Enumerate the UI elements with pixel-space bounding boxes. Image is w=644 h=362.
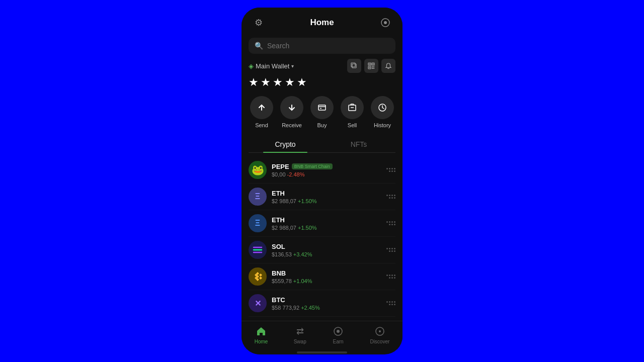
earn-icon [332,325,344,337]
buy-icon [310,96,334,119]
qr-button[interactable] [364,59,378,73]
token-menu-eth2[interactable] [386,221,395,225]
balance-display: ★★★★★ [242,76,403,96]
asset-tabs: Crypto NFTs [249,136,395,153]
send-icon [250,96,273,119]
token-info-bnb: BNB $559,78 +1.04% [272,269,381,284]
token-name-pepe: PEPE [272,163,289,170]
token-menu-bnb[interactable] [386,275,395,279]
token-price-pepe: $0,00 -2.48% [272,171,381,177]
svg-marker-25 [259,274,262,277]
svg-rect-14 [318,105,326,110]
token-name-eth1: ETH [272,190,285,197]
token-logo-btc1: ✕ [249,294,267,312]
svg-rect-11 [373,66,374,67]
token-name-btc1: BTC [272,296,285,304]
search-input[interactable] [267,42,389,50]
token-price-eth1: $2 988,07 +1.50% [272,198,381,204]
token-price-btc1: $58 773,92 +2.45% [272,305,381,311]
bottom-navigation: Home ⇄ Swap Earn Discover [242,321,403,349]
sell-icon [341,96,364,119]
token-info-eth2: ETH $2 988,07 +1.50% [272,216,381,231]
token-menu-btc1[interactable] [386,301,395,305]
history-button[interactable]: History [371,96,394,128]
home-label: Home [255,339,268,344]
token-logo-bnb [249,267,267,286]
svg-rect-3 [351,63,355,67]
receive-label: Receive [282,122,302,128]
sell-label: Sell [348,122,357,128]
token-item-bnb[interactable]: BNB $559,78 +1.04% [249,263,395,290]
wallet-action-icons [347,59,395,73]
token-price-sol: $136,53 +3.42% [272,251,381,257]
svg-rect-10 [372,66,373,67]
token-name-sol: SOL [272,243,285,250]
action-buttons: Send Receive Buy [242,96,403,136]
swap-icon: ⇄ [294,325,306,337]
token-menu-eth1[interactable] [386,195,395,199]
wallet-name[interactable]: ◈ Main Wallet ▾ [249,62,294,70]
token-item-sol[interactable]: SOL $136,53 +3.42% [249,237,395,263]
nav-earn[interactable]: Earn [332,325,344,344]
token-logo-sol [249,241,267,259]
header: ⚙ Home [242,8,403,35]
svg-rect-9 [369,67,370,68]
token-price-eth2: $2 988,07 +1.50% [272,225,381,231]
history-icon [371,96,394,119]
token-logo-eth2: Ξ [249,214,267,232]
search-icon: 🔍 [255,42,263,50]
tab-crypto[interactable]: Crypto [249,136,322,152]
send-button[interactable]: Send [250,96,273,128]
svg-rect-13 [373,68,374,69]
token-price-bnb: $559,78 +1.04% [272,278,381,284]
swap-label: Swap [294,339,306,344]
token-badge-pepe: BNB Smart Chain [292,163,333,169]
nav-home[interactable]: Home [255,325,268,344]
token-item-pepe[interactable]: 🐸 PEPE BNB Smart Chain $0,00 -2.48% [249,157,395,184]
nav-discover[interactable]: Discover [370,325,389,344]
nav-swap[interactable]: ⇄ Swap [294,325,306,344]
svg-marker-28 [259,277,262,280]
send-label: Send [255,122,268,128]
svg-rect-2 [352,64,356,68]
history-label: History [374,122,391,128]
page-title: Home [310,18,334,28]
discover-label: Discover [370,339,389,344]
tab-nfts[interactable]: NFTs [322,136,395,152]
buy-button[interactable]: Buy [310,96,334,128]
link-icon[interactable] [378,16,392,30]
svg-point-33 [379,330,381,332]
svg-rect-8 [373,64,374,65]
token-list: 🐸 PEPE BNB Smart Chain $0,00 -2.48% Ξ [242,157,403,321]
discover-icon [374,325,386,337]
token-info-btc1: BTC $58 773,92 +2.45% [272,296,381,311]
bell-button[interactable] [381,59,395,73]
token-item-eth2[interactable]: Ξ ETH $2 988,07 +1.50% [249,210,395,237]
svg-rect-7 [369,64,370,65]
home-icon [255,325,267,337]
earn-label: Earn [333,339,344,344]
token-item-btc2[interactable]: ₿ BTC $58 773,92 +2.45% [249,317,395,321]
phone-app: ⚙ Home 🔍 ◈ Main Wallet ▾ [242,8,403,354]
token-logo-eth1: Ξ [249,188,267,206]
copy-button[interactable] [347,59,361,73]
buy-label: Buy [317,122,327,128]
svg-point-31 [337,330,340,333]
token-info-eth1: ETH $2 988,07 +1.50% [272,190,381,204]
search-bar[interactable]: 🔍 [249,38,395,54]
token-menu-sol[interactable] [386,248,395,252]
svg-rect-12 [372,68,373,69]
token-item-eth1[interactable]: Ξ ETH $2 988,07 +1.50% [249,184,395,210]
receive-button[interactable]: Receive [280,96,303,128]
token-item-btc1[interactable]: ✕ BTC $58 773,92 +2.45% [249,290,395,317]
token-info-sol: SOL $136,53 +3.42% [272,243,381,257]
chevron-down-icon: ▾ [291,63,294,69]
token-menu-pepe[interactable] [386,168,395,172]
token-info-pepe: PEPE BNB Smart Chain $0,00 -2.48% [272,163,381,177]
wallet-row: ◈ Main Wallet ▾ [242,59,403,76]
token-name-eth2: ETH [272,216,285,224]
sell-button[interactable]: Sell [341,96,364,128]
token-logo-pepe: 🐸 [249,161,267,179]
wallet-icon: ◈ [249,62,254,70]
settings-icon[interactable]: ⚙ [252,16,266,30]
